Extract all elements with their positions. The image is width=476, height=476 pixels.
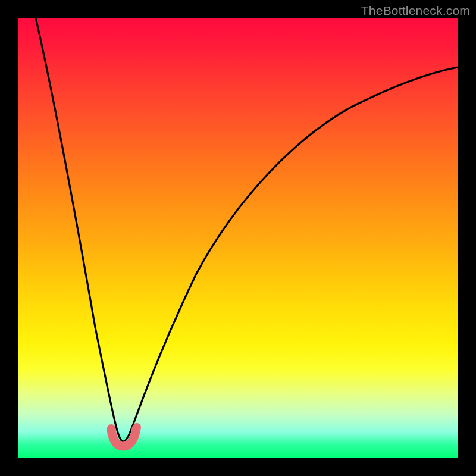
chart-canvas: TheBottleneck.com: [0, 0, 476, 476]
marker-band: [111, 428, 136, 446]
curve-layer: [18, 18, 458, 458]
marker-dot-right: [133, 423, 141, 431]
plot-area: [18, 18, 458, 458]
bottleneck-curve: [36, 18, 458, 441]
watermark-text: TheBottleneck.com: [361, 4, 470, 18]
marker-dot-left: [107, 424, 115, 433]
